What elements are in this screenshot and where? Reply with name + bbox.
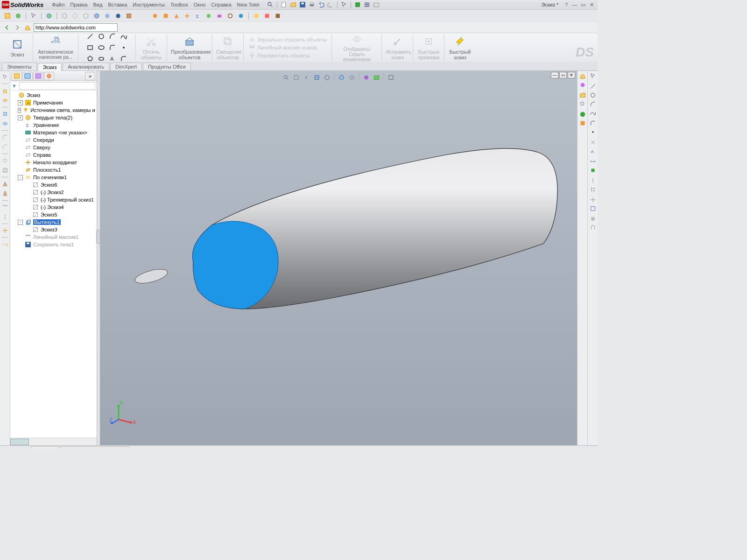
- rs2-dim-icon[interactable]: [590, 158, 596, 166]
- tree-node[interactable]: Эскиз5: [10, 211, 97, 218]
- tree-node[interactable]: Эскиз3: [10, 226, 97, 233]
- tree-node[interactable]: Линейный массив1: [10, 233, 97, 241]
- nav-fwd-icon[interactable]: [13, 23, 21, 32]
- ls-mirror-icon[interactable]: [1, 213, 9, 221]
- zoom-fit-icon[interactable]: [282, 73, 291, 82]
- close-button[interactable]: ✕: [587, 2, 596, 8]
- qb-tool-g[interactable]: [215, 11, 224, 21]
- section-view-icon[interactable]: [312, 73, 322, 82]
- help-button[interactable]: ?: [562, 2, 571, 7]
- nav-home-icon[interactable]: [23, 23, 32, 32]
- line-tool-icon[interactable]: [85, 31, 95, 42]
- tree-body[interactable]: Эскиз +AПримечания+Источники света, каме…: [10, 91, 97, 438]
- tab-elements[interactable]: Элементы: [2, 63, 37, 70]
- text-tool-icon[interactable]: A: [107, 54, 118, 64]
- rs2-pattern-icon[interactable]: [590, 186, 596, 194]
- zoom-area-icon[interactable]: [292, 73, 301, 82]
- qb-tool-b[interactable]: [161, 11, 170, 21]
- ribbon-trim-button[interactable]: Отсечь объекты: [140, 35, 163, 60]
- tab-office[interactable]: Продукты Office: [143, 63, 191, 70]
- nav-back-icon[interactable]: [3, 23, 11, 32]
- tree-node[interactable]: Эскиз6: [10, 181, 97, 189]
- spline-tool-icon[interactable]: [119, 31, 129, 42]
- tree-tab-dm[interactable]: [44, 72, 54, 80]
- scene-icon[interactable]: [372, 73, 381, 82]
- mt-first-icon[interactable]: ⏮: [4, 448, 10, 448]
- mt-last-icon[interactable]: ⏭: [23, 448, 30, 448]
- qb-tool-d[interactable]: [183, 11, 192, 21]
- ribbon-sketch-button[interactable]: Эскиз: [6, 38, 29, 57]
- tree-node[interactable]: Сверху: [10, 144, 97, 151]
- qb-wireframe-icon[interactable]: [60, 11, 69, 21]
- tree-hscroll[interactable]: [10, 438, 97, 445]
- menu-file[interactable]: Файл: [49, 2, 67, 7]
- menu-help[interactable]: Справка: [208, 2, 234, 7]
- mt-prev-icon[interactable]: ◀: [10, 447, 17, 448]
- rs-texture-icon[interactable]: [579, 120, 586, 127]
- point-tool-icon[interactable]: [119, 42, 129, 53]
- ls-draft-icon[interactable]: [1, 189, 9, 198]
- qb-hidden-icon[interactable]: [70, 11, 80, 21]
- model-body[interactable]: [184, 127, 567, 323]
- rs-appearance-icon[interactable]: [579, 82, 586, 89]
- restore-button[interactable]: ▭: [579, 2, 587, 8]
- tree-node[interactable]: Плоскость1: [10, 166, 97, 174]
- tree-tab-pm[interactable]: [22, 72, 33, 80]
- model-tab-model[interactable]: Модель: [31, 447, 59, 448]
- chamfer-tool-icon[interactable]: [119, 54, 129, 64]
- ribbon-quicksnap-button[interactable]: Быстрые привязки: [417, 35, 440, 60]
- qb-sphere-icon[interactable]: [44, 11, 54, 21]
- appearance-icon[interactable]: [362, 73, 371, 82]
- rs2-circle-icon[interactable]: [590, 92, 596, 99]
- tree-node[interactable]: +Источники света, камеры и сцены: [10, 106, 97, 114]
- print-icon[interactable]: [308, 0, 316, 9]
- qb-tool-f[interactable]: [204, 11, 213, 21]
- tree-node[interactable]: (-) Трехмерный эскиз1: [10, 196, 97, 203]
- hide-show-icon[interactable]: [347, 73, 357, 82]
- rs2-snap-icon[interactable]: [590, 224, 596, 232]
- rs2-point-icon[interactable]: [590, 129, 596, 136]
- qb-select-icon[interactable]: [29, 11, 38, 21]
- ribbon-convert-button[interactable]: Преобразование объектов: [171, 35, 208, 60]
- rebuild-icon[interactable]: [353, 0, 362, 9]
- ls-cutrev-icon[interactable]: [1, 119, 9, 128]
- ellipse-tool-icon[interactable]: [96, 42, 106, 53]
- tree-root[interactable]: Эскиз: [10, 91, 97, 99]
- rs2-fillet-icon[interactable]: [590, 120, 596, 127]
- tree-node[interactable]: +Твердые тела(2): [10, 114, 97, 121]
- qb-tool-a[interactable]: [150, 11, 160, 21]
- triad-icon[interactable]: Y X Z: [109, 399, 137, 427]
- mt-next-icon[interactable]: ▶: [17, 447, 23, 448]
- new-icon[interactable]: [280, 0, 288, 9]
- tree-node[interactable]: Материал <не указан>: [10, 129, 97, 136]
- qb-tool-l[interactable]: [273, 11, 282, 21]
- slot-tool-icon[interactable]: [96, 54, 106, 64]
- model-sketch-profile[interactable]: [133, 267, 170, 286]
- qb-tool-c[interactable]: [172, 11, 181, 21]
- rs2-select-icon[interactable]: [590, 73, 596, 80]
- ls-extrude-icon[interactable]: [1, 86, 9, 95]
- arc-tool-icon[interactable]: [107, 31, 118, 42]
- ls-select-icon[interactable]: [1, 73, 9, 81]
- ribbon-move-button[interactable]: Переместить объекты: [247, 52, 328, 59]
- rs2-move-icon[interactable]: [590, 196, 596, 204]
- circle-tool-icon[interactable]: [96, 31, 106, 42]
- menu-newtoler[interactable]: New Toler: [234, 2, 263, 7]
- qb-section-icon[interactable]: [124, 11, 134, 21]
- rs2-spline-icon[interactable]: [590, 110, 596, 117]
- qb-tool-h[interactable]: [226, 11, 235, 21]
- ls-curve-icon[interactable]: [1, 240, 9, 248]
- tree-filter-input[interactable]: [19, 82, 95, 90]
- menu-view[interactable]: Вид: [91, 2, 106, 7]
- viewport[interactable]: — ▭ ✕: [100, 71, 577, 445]
- tree-node[interactable]: -По сечениям1: [10, 174, 97, 181]
- open-icon[interactable]: [289, 0, 297, 9]
- minimize-button[interactable]: —: [571, 2, 579, 7]
- search-icon[interactable]: [266, 0, 275, 9]
- rs-home-icon[interactable]: [579, 73, 586, 80]
- tree-tab-fm[interactable]: [12, 72, 22, 80]
- rs2-relation-icon[interactable]: [590, 167, 596, 175]
- polygon-tool-icon[interactable]: [85, 54, 95, 64]
- rs-sphere-icon[interactable]: [579, 111, 586, 119]
- ribbon-mirror-button[interactable]: Зеркально отразить объекты: [247, 36, 328, 43]
